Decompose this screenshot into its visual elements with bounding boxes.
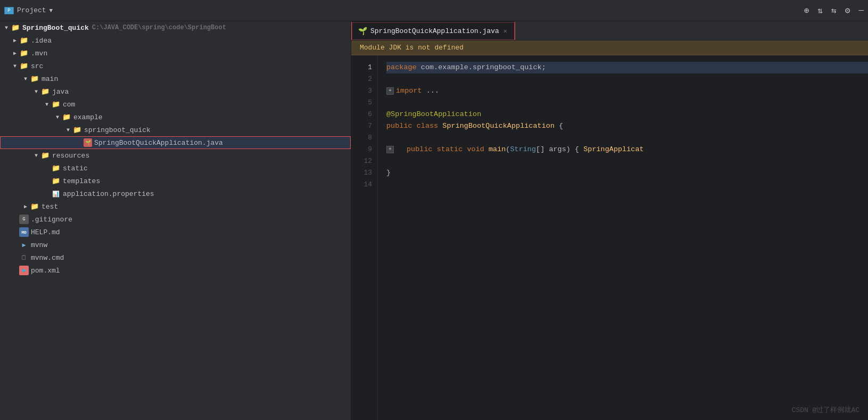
tab-bar: 🌱 SpringBootQuickApplication.java ✕ <box>351 21 868 40</box>
space-3 <box>433 144 437 155</box>
code-editor[interactable]: 1 2 3 5 6 7 8 9 12 13 14 package com.exa… <box>351 55 868 420</box>
src-label: src <box>31 62 43 70</box>
settings-icon[interactable]: ⚙ <box>845 5 850 16</box>
resources-arrow: ▼ <box>32 153 40 159</box>
warning-text: Module JDK is not defined <box>360 44 464 52</box>
mvn-arrow: ▶ <box>11 50 19 56</box>
space-2 <box>438 120 442 132</box>
class-name-text: SpringBootQuickApplication <box>442 120 555 132</box>
warning-banner: Module JDK is not defined <box>351 40 868 55</box>
main-label: main <box>42 75 58 83</box>
main-arrow: ▼ <box>21 76 30 82</box>
props-icon: 📊 <box>51 189 61 199</box>
static-folder-icon: 📁 <box>51 163 61 173</box>
brace-close: } <box>386 167 391 179</box>
minimize-icon[interactable]: — <box>858 6 864 15</box>
tree-item-springboot-quick[interactable]: ▼ 📁 springboot_quick <box>0 123 351 136</box>
static-label: static <box>63 164 88 172</box>
tree-item-gitignore[interactable]: ▶ G .gitignore <box>0 213 351 226</box>
resources-folder-icon: 📁 <box>40 151 50 160</box>
tab-close-button[interactable]: ✕ <box>502 27 508 36</box>
project-icon: P <box>4 7 14 14</box>
toolbar-chevron-icon[interactable]: ▼ <box>49 7 53 14</box>
fold-button-3[interactable]: + <box>386 87 394 95</box>
src-arrow: ▼ <box>11 63 19 69</box>
tree-item-mvnw[interactable]: ▶ ▶ mvnw <box>0 238 351 251</box>
test-arrow: ▶ <box>21 203 30 210</box>
kw-class: class <box>417 120 439 132</box>
tree-item-java[interactable]: ▼ 📁 java <box>0 85 351 98</box>
active-tab[interactable]: 🌱 SpringBootQuickApplication.java ✕ <box>351 21 515 40</box>
mvnw-label: mvnw <box>31 241 47 249</box>
tree-item-templates[interactable]: ▼ 📁 templates <box>0 175 351 187</box>
line-num-1: 1 <box>351 62 377 73</box>
tree-item-com[interactable]: ▼ 📁 com <box>0 98 351 111</box>
app-props-label: application.properties <box>63 190 154 198</box>
tree-item-spring-app-file[interactable]: ▶ 🌱 SpringBootQuickApplication.java <box>0 136 351 149</box>
idea-label: .idea <box>31 37 52 45</box>
code-line-5 <box>386 97 868 109</box>
add-icon[interactable]: ⊕ <box>804 5 809 16</box>
tree-item-help-md[interactable]: ▶ MD HELP.md <box>0 226 351 238</box>
tree-root[interactable]: ▼ 📁 SpringBoot_quick C:\JAVA_CODE\spring… <box>0 21 351 34</box>
java-folder-icon: 📁 <box>40 87 50 96</box>
line-numbers: 1 2 3 5 6 7 8 9 12 13 14 <box>351 55 378 420</box>
code-line-2 <box>386 73 868 85</box>
gitignore-label: .gitignore <box>31 216 72 224</box>
idea-arrow: ▶ <box>11 37 19 44</box>
code-line-13: } <box>386 167 868 179</box>
tree-item-test[interactable]: ▶ 📁 test <box>0 200 351 213</box>
code-content[interactable]: package com.example.springboot_quick; + … <box>378 55 868 420</box>
collapse-all-icon[interactable]: ⇅ <box>817 5 823 16</box>
line-num-12: 12 <box>351 155 377 167</box>
editor-area: 🌱 SpringBootQuickApplication.java ✕ Modu… <box>351 21 868 420</box>
test-label: test <box>42 203 58 211</box>
com-folder-icon: 📁 <box>51 100 61 109</box>
annotation-springboot: @SpringBootApplication <box>386 109 481 120</box>
code-line-7: public class SpringBootQuickApplication … <box>386 120 868 132</box>
code-line-12 <box>386 155 868 167</box>
tree-item-idea[interactable]: ▶ 📁 .idea <box>0 34 351 47</box>
line-num-9: 9 <box>351 144 377 155</box>
tree-item-mvn[interactable]: ▶ 📁 .mvn <box>0 47 351 60</box>
line-num-8: 8 <box>351 132 377 144</box>
brace-open: { <box>555 120 563 132</box>
resources-label: resources <box>52 152 89 160</box>
tree-item-app-props[interactable]: ▼ 📊 application.properties <box>0 187 351 200</box>
tree-item-mvnw-cmd[interactable]: ▶ 🗒 mvnw.cmd <box>0 251 351 264</box>
test-folder-icon: 📁 <box>30 202 39 211</box>
line-num-2: 2 <box>351 73 377 85</box>
tree-item-static[interactable]: ▼ 📁 static <box>0 162 351 175</box>
tab-label: SpringBootQuickApplication.java <box>370 27 499 35</box>
mvnw-icon: ▶ <box>19 240 29 250</box>
spring-app-file-label: SpringBootQuickApplication.java <box>94 139 223 147</box>
java-label: java <box>52 88 69 96</box>
springboot-quick-label: springboot_quick <box>84 126 151 134</box>
com-arrow: ▼ <box>43 102 51 108</box>
code-line-1: package com.example.springboot_quick; <box>386 62 868 73</box>
tree-item-pom-xml[interactable]: ▶ 🐦 pom.xml <box>0 264 351 277</box>
com-label: com <box>63 101 75 109</box>
space-1 <box>412 120 417 132</box>
java-arrow: ▼ <box>32 89 40 95</box>
example-arrow: ▼ <box>53 114 62 120</box>
tree-item-src[interactable]: ▼ 📁 src <box>0 60 351 72</box>
idea-folder-icon: 📁 <box>19 36 29 45</box>
line-num-14: 14 <box>351 179 377 191</box>
springboot-quick-arrow: ▼ <box>64 127 72 133</box>
line-num-5: 5 <box>351 97 377 109</box>
fold-button-9[interactable]: + <box>386 146 394 153</box>
tree-item-example[interactable]: ▼ 📁 example <box>0 111 351 123</box>
tree-item-resources[interactable]: ▼ 📁 resources <box>0 149 351 162</box>
tree-item-main[interactable]: ▼ 📁 main <box>0 72 351 85</box>
code-line-9: + public static void main ( String [] ar… <box>386 144 868 155</box>
code-line-14 <box>386 179 868 191</box>
help-md-label: HELP.md <box>31 228 60 236</box>
space-5 <box>484 144 489 155</box>
expand-all-icon[interactable]: ⇆ <box>831 5 837 16</box>
watermark: CSDN @过了样例就AC <box>792 405 859 415</box>
mvn-label: .mvn <box>31 50 47 57</box>
kw-package: package <box>386 62 417 73</box>
param-type-string: String <box>510 144 536 155</box>
kw-static: static <box>437 144 463 155</box>
